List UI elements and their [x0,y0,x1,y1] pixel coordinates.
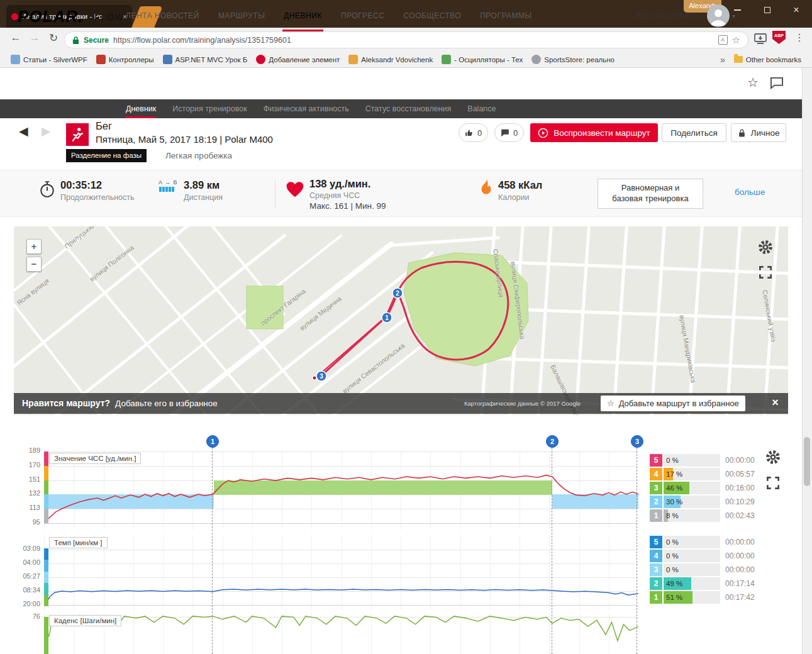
promo-bold: Нравится маршрут? [22,398,110,408]
add-route-favorite-button[interactable]: ☆Добавьте маршрут в избранное [601,396,745,411]
bookmark-favicon [163,55,172,64]
subnav-balance[interactable]: Balance [467,99,496,118]
hr-chart[interactable]: Значение ЧСС [уд./мин.] [44,450,638,529]
hr-zone-strip [44,452,48,523]
avatar[interactable] [707,4,730,27]
polar-logo[interactable]: POLAR. [18,7,83,26]
like-button[interactable]: 0 [459,123,488,142]
map-fullscreen-button[interactable] [757,264,774,280]
route-map[interactable]: 1 2 3 Ясна вулиця Прилуцький провулок ву… [14,226,788,415]
flow-label: FLOW [94,12,125,22]
back-icon[interactable]: ← [8,31,24,44]
user-name[interactable]: Al­ex Vdovichenko [635,11,703,20]
bookmark-item[interactable]: - Осцилляторы - Тех [437,52,527,67]
svg-text:3: 3 [320,373,323,380]
subnav-diary[interactable]: Дневник [126,99,156,118]
maximize-icon [764,7,770,13]
subnav-recovery-status[interactable]: Статус восстановления [365,99,452,118]
feedback-bubble-icon[interactable] [770,77,784,89]
reload-icon[interactable]: ↻ [45,31,62,45]
zoom-in-button[interactable]: + [26,239,42,254]
close-window-button[interactable]: × [784,0,809,20]
cadence-chart[interactable]: Каденс [Шаги/мин] [44,613,638,654]
nav-diary[interactable]: ДНЕВНИК [284,0,322,31]
bookmark-item[interactable]: Добавление элемент [252,52,344,67]
pace-ytick: 05:27 [15,572,40,580]
bookmark-star-icon[interactable]: ☆ [732,35,740,46]
like-count: 0 [477,128,482,138]
fullscreen-icon [757,264,774,280]
phase-marker-1: 1 [206,435,219,448]
browser-menu-icon[interactable]: ⋮ [791,31,808,43]
chart-fullscreen-button[interactable] [765,475,781,491]
pace-zone-table: 50 %00:00:00 40 %00:00:00 30 %00:00:00 2… [650,536,755,605]
nav-news-feed[interactable]: ЛЕНТА НОВОСТЕЙ [126,0,199,31]
bookmark-favicon [11,55,20,64]
secure-label: Secure [84,36,109,45]
favorite-label: Добавьте маршрут в избранное [619,399,739,408]
stats-bar: 00:35:12 Продолжительность A → B 3.89 км… [0,170,802,217]
subnav-activity[interactable]: Физическая активность [264,99,349,118]
pace-chart[interactable]: Темп [мин/км ] [44,536,638,610]
maximize-button[interactable] [755,0,780,20]
save-device-icon[interactable] [754,33,767,45]
hr-ytick: 132 [15,489,40,497]
map-settings-button[interactable] [757,239,774,255]
map-canvas: 1 2 3 [14,226,788,415]
share-button[interactable]: Поделиться [662,123,726,142]
url-text[interactable]: https://flow.polar.com/training/analysis… [113,36,714,45]
bookmark-item[interactable]: Aleksandr Vdovichenk [344,52,437,67]
site-header [0,68,802,99]
nav-community[interactable]: СООБЩЕСТВО [403,0,461,31]
comment-button[interactable]: 0 [494,123,524,142]
user-menu-caret-icon[interactable]: ▾ [732,13,735,19]
chart-settings-button[interactable] [765,449,781,465]
hr-zone-row: 18 %00:02:43 [650,509,755,522]
more-link[interactable]: больше [735,187,765,197]
gear-icon [757,239,774,255]
privacy-button[interactable]: Личное [731,123,786,142]
other-bookmarks-label: Other bookmarks [746,56,801,64]
phase-marker-2: 2 [546,435,559,448]
bookmark-favicon [256,55,265,64]
hr-ytick: 113 [15,504,40,511]
duration-label: Продолжительность [60,193,135,202]
nav-progress[interactable]: ПРОГРЕСС [341,0,385,31]
bookmarks-bar: Статьи - SilverWPF Контроллеры ASP.NET M… [0,52,812,68]
pace-ytick: 04:00 [15,558,40,566]
translate-icon[interactable]: A [718,35,728,45]
subnav-training-history[interactable]: История тренировок [172,99,247,118]
next-session-button[interactable]: ▶ [42,124,51,138]
bookmark-item[interactable]: Контроллеры [92,52,159,67]
cadence-ytick: 76 [15,612,40,620]
distance-label: Дистанция [184,193,223,202]
favorites-star-icon[interactable]: ☆ [747,75,759,90]
bookmarks-overflow-icon[interactable]: » [716,52,730,67]
promo-close-icon[interactable]: × [767,395,783,411]
bookmark-label: Aleksandr Vdovichenk [361,56,433,64]
duration-value: 00:35:12 [60,179,102,191]
address-bar[interactable]: Secure https://flow.polar.com/training/a… [64,31,748,48]
training-datetime: Пятница, Май 5, 2017 18:19 | Polar M400 [96,134,273,145]
pace-line [44,536,638,610]
other-bookmarks-button[interactable]: Other bookmarks [730,52,806,67]
zoom-out-button[interactable]: − [26,257,42,272]
forward-icon[interactable]: → [26,31,43,44]
page-scrollbar[interactable] [802,68,812,654]
play-route-button[interactable]: Воспроизвести маршрут [530,123,658,142]
bookmark-item[interactable]: Статьи - SilverWPF [6,52,92,67]
nav-programs[interactable]: ПРОГРАММЫ [480,0,532,31]
cadence-chart-title: Каденс [Шаги/мин] [49,615,121,626]
prev-session-button[interactable]: ◀ [19,124,28,138]
bookmark-label: ASP.NET MVC Урок Б [175,56,248,64]
browser-window: Анализ тренировки - Po × Alexandr × ← → … [0,0,812,654]
hr-ytick: 170 [15,461,40,468]
nav-routes[interactable]: МАРШРУТЫ [218,0,265,31]
bookmark-item[interactable]: ASP.NET MVC Урок Б [159,52,252,67]
hr-ytick: 189 [15,446,40,454]
sport-name: Бег [96,120,112,132]
pace-zone-strip [44,548,48,606]
bookmark-favicon [531,55,541,64]
bookmark-item[interactable]: SportsStore: реально [527,52,619,67]
scrollbar-thumb[interactable] [804,437,810,486]
